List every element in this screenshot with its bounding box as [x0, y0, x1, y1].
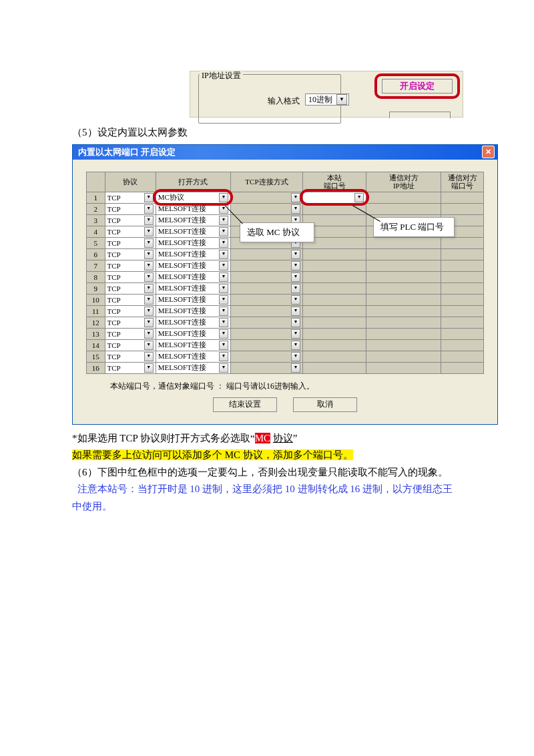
protocol-cell[interactable]: TCP▼: [105, 317, 156, 328]
open-method-cell[interactable]: MELSOFT连接▼: [156, 305, 230, 317]
cell-value: TCP: [107, 250, 121, 258]
open-method-cell[interactable]: MELSOFT连接▼: [156, 339, 230, 351]
local-port-cell[interactable]: [302, 271, 366, 282]
chevron-down-icon: ▼: [291, 363, 300, 373]
protocol-cell[interactable]: TCP▼: [105, 192, 156, 203]
local-port-cell[interactable]: [302, 351, 366, 362]
tcp-mode-cell: ▼: [230, 282, 302, 294]
row-number: 13: [87, 328, 105, 339]
row-number: 4: [87, 226, 105, 237]
protocol-cell[interactable]: TCP▼: [105, 362, 156, 373]
cell-value: MELSOFT连接: [158, 340, 206, 350]
protocol-cell[interactable]: TCP▼: [105, 294, 156, 305]
table-row: 12TCP▼MELSOFT连接▼▼: [87, 317, 484, 328]
protocol-cell[interactable]: TCP▼: [105, 248, 156, 260]
open-method-cell[interactable]: MELSOFT连接▼: [156, 294, 230, 305]
open-method-cell[interactable]: MELSOFT连接▼: [156, 248, 230, 260]
peer-port-cell: [441, 305, 484, 317]
local-port-cell[interactable]: [302, 203, 366, 214]
chevron-down-icon: ▼: [144, 307, 154, 316]
table-row: 14TCP▼MELSOFT连接▼▼: [87, 339, 484, 351]
table-row: 6TCP▼MELSOFT连接▼▼: [87, 248, 484, 260]
local-port-cell[interactable]: [302, 248, 366, 260]
protocol-cell[interactable]: TCP▼: [105, 282, 156, 294]
row-number: 2: [87, 203, 105, 214]
local-port-cell[interactable]: [302, 260, 366, 271]
table-row: 7TCP▼MELSOFT连接▼▼: [87, 260, 484, 271]
protocol-cell[interactable]: TCP▼: [105, 214, 156, 226]
protocol-cell[interactable]: TCP▼: [105, 237, 156, 248]
cell-value: TCP: [107, 341, 121, 349]
local-port-cell[interactable]: [302, 362, 366, 373]
local-port-cell[interactable]: [302, 294, 366, 305]
open-method-cell[interactable]: MC协议▼: [156, 192, 230, 203]
open-method-cell[interactable]: MELSOFT连接▼: [156, 317, 230, 328]
tcp-mode-cell: ▼: [230, 192, 302, 203]
chevron-down-icon: ▼: [219, 216, 228, 225]
tcp-mode-cell: ▼: [230, 317, 302, 328]
chevron-down-icon: ▼: [144, 352, 154, 361]
cell-value: TCP: [107, 353, 121, 361]
cell-value: TCP: [107, 364, 121, 372]
ip-settings-fragment: IP地址设置 输入格式 10进制 ▼ 开启设定: [190, 71, 463, 118]
protocol-cell[interactable]: TCP▼: [105, 226, 156, 237]
chevron-down-icon: ▼: [219, 318, 228, 327]
row-number: 7: [87, 260, 105, 271]
open-method-cell[interactable]: MELSOFT连接▼: [156, 214, 230, 226]
open-method-cell[interactable]: MELSOFT连接▼: [156, 271, 230, 282]
open-method-cell[interactable]: MELSOFT连接▼: [156, 203, 230, 214]
local-port-cell[interactable]: [302, 339, 366, 351]
col-header: 打开方式: [156, 172, 230, 192]
protocol-cell[interactable]: TCP▼: [105, 260, 156, 271]
cell-value: MELSOFT连接: [158, 351, 206, 361]
peer-port-cell: [441, 271, 484, 282]
chevron-down-icon: ▼: [291, 341, 300, 350]
chevron-down-icon: ▼: [219, 204, 228, 214]
open-method-cell[interactable]: MELSOFT连接▼: [156, 328, 230, 339]
open-settings-button[interactable]: 开启设定: [382, 79, 453, 93]
cancel-button[interactable]: 取消: [293, 397, 357, 412]
col-header: 通信对方端口号: [441, 172, 484, 192]
row-number: 10: [87, 294, 105, 305]
protocol-cell[interactable]: TCP▼: [105, 271, 156, 282]
protocol-cell[interactable]: TCP▼: [105, 351, 156, 362]
protocol-cell[interactable]: TCP▼: [105, 305, 156, 317]
open-method-cell[interactable]: MELSOFT连接▼: [156, 226, 230, 237]
local-port-cell[interactable]: [302, 282, 366, 294]
protocol-cell[interactable]: TCP▼: [105, 339, 156, 351]
chevron-down-icon: ▼: [291, 284, 300, 293]
open-method-cell[interactable]: MELSOFT连接▼: [156, 351, 230, 362]
protocol-cell[interactable]: TCP▼: [105, 328, 156, 339]
chevron-down-icon: ▼: [219, 295, 228, 305]
cell-value: MELSOFT连接: [158, 306, 206, 316]
cell-value: MELSOFT连接: [158, 260, 206, 270]
input-format-select[interactable]: 10进制 ▼: [305, 93, 349, 106]
local-port-cell[interactable]: [302, 305, 366, 317]
chevron-down-icon: ▼: [219, 193, 228, 202]
local-port-cell[interactable]: [302, 328, 366, 339]
chevron-down-icon: ▼: [219, 261, 228, 270]
col-header: TCP连接方式: [230, 172, 302, 192]
table-row: 16TCP▼MELSOFT连接▼▼: [87, 362, 484, 373]
cell-value: TCP: [107, 330, 121, 338]
local-port-cell[interactable]: ▼: [302, 192, 366, 203]
open-method-cell[interactable]: MELSOFT连接▼: [156, 237, 230, 248]
row-number: 5: [87, 237, 105, 248]
protocol-cell[interactable]: TCP▼: [105, 203, 156, 214]
callout-plc: 填写 PLC 端口号: [373, 217, 455, 238]
close-icon[interactable]: ✕: [482, 146, 495, 158]
open-method-cell[interactable]: MELSOFT连接▼: [156, 260, 230, 271]
open-method-cell[interactable]: MELSOFT连接▼: [156, 282, 230, 294]
chevron-down-icon: ▼: [219, 352, 228, 361]
cell-value: TCP: [107, 285, 121, 293]
local-port-cell[interactable]: [302, 317, 366, 328]
chevron-down-icon: ▼: [144, 193, 154, 202]
tcp-mode-cell: ▼: [230, 203, 302, 214]
open-method-cell[interactable]: MELSOFT连接▼: [156, 362, 230, 373]
table-row: 1TCP▼MC协议▼▼▼: [87, 192, 484, 203]
peer-port-cell: [441, 260, 484, 271]
tcp-mode-cell: ▼: [230, 362, 302, 373]
note-yellow: 如果需要多上位访问可以添加多个 MC 协议，添加多个端口号。: [72, 447, 462, 464]
end-settings-button[interactable]: 结束设置: [213, 397, 277, 412]
peer-port-cell: [441, 248, 484, 260]
